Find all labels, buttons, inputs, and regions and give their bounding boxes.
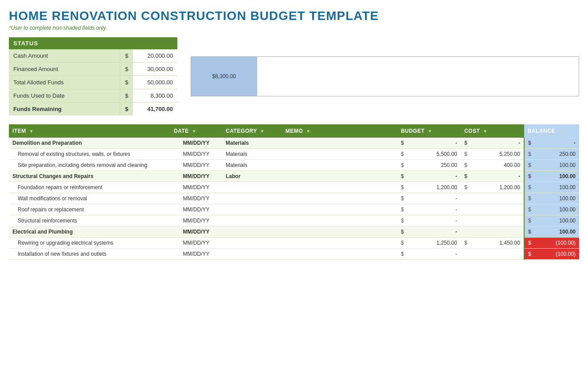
cell-item[interactable]: Demolition and Preparation xyxy=(9,138,170,149)
status-currency: $ xyxy=(120,49,133,62)
cell-date[interactable]: MM/DD/YY xyxy=(170,138,222,149)
chart-box: $8,300.00 xyxy=(191,56,579,96)
cell-memo[interactable] xyxy=(282,160,397,171)
cell-balance: $ (100.00) xyxy=(524,249,579,260)
cell-category[interactable]: Materials xyxy=(222,149,282,160)
cell-category[interactable] xyxy=(222,249,282,260)
cell-item[interactable]: Site preparation, including debris remov… xyxy=(9,160,170,171)
cell-balance: $ (100.00) xyxy=(524,238,579,249)
col-header-memo[interactable]: MEMO ▼ xyxy=(282,124,397,138)
cell-memo[interactable] xyxy=(282,182,397,193)
cell-balance: $ - xyxy=(524,138,579,149)
cell-memo[interactable] xyxy=(282,193,397,204)
cell-budget: $5,500.00 xyxy=(397,149,461,160)
cell-item[interactable]: Rewiring or upgrading electrical systems xyxy=(9,238,170,249)
cell-budget: $- xyxy=(397,226,461,238)
col-header-category[interactable]: CATEGORY ▼ xyxy=(222,124,282,138)
top-section: STATUS Cash Amount $ 20,000.00 Financed … xyxy=(9,37,579,115)
cell-memo[interactable] xyxy=(282,171,397,182)
cell-cost: $- xyxy=(461,138,524,149)
cell-cost xyxy=(461,204,524,215)
cell-budget: $1,200.00 xyxy=(397,182,461,193)
balance-dropdown-icon[interactable]: ▼ xyxy=(558,129,563,134)
cell-category[interactable]: Materials xyxy=(222,138,282,149)
status-value: 8,300.00 xyxy=(133,89,177,102)
cell-date[interactable]: MM/DD/YY xyxy=(170,226,222,238)
cell-memo[interactable] xyxy=(282,238,397,249)
cell-memo[interactable] xyxy=(282,138,397,149)
cost-dropdown-icon[interactable]: ▼ xyxy=(483,129,487,134)
cell-date[interactable]: MM/DD/YY xyxy=(170,182,222,193)
table-row: Structural Changes and Repairs MM/DD/YY … xyxy=(9,171,579,182)
status-row: Funds Used to Date $ 8,300.00 xyxy=(9,89,177,103)
cell-item[interactable]: Roof repairs or replacement xyxy=(9,204,170,215)
cell-balance: $ 100.00 xyxy=(524,226,579,238)
cell-cost xyxy=(461,193,524,204)
cell-item[interactable]: Installation of new fixtures and outlets xyxy=(9,249,170,260)
cell-category[interactable] xyxy=(222,238,282,249)
cell-category[interactable] xyxy=(222,204,282,215)
cell-date[interactable]: MM/DD/YY xyxy=(170,249,222,260)
cell-date[interactable]: MM/DD/YY xyxy=(170,160,222,171)
col-header-date[interactable]: DATE ▼ xyxy=(170,124,222,138)
table-row: Electrical and Plumbing MM/DD/YY $- $ 10… xyxy=(9,226,579,238)
category-dropdown-icon[interactable]: ▼ xyxy=(260,129,264,134)
status-value: 20,000.00 xyxy=(133,49,177,62)
cell-cost xyxy=(461,249,524,260)
cell-item[interactable]: Foundation repairs or reinforcement xyxy=(9,182,170,193)
status-row: Total Allotted Funds $ 50,000.00 xyxy=(9,76,177,89)
cell-date[interactable]: MM/DD/YY xyxy=(170,238,222,249)
col-header-budget[interactable]: BUDGET ▼ xyxy=(397,124,461,138)
cell-item[interactable]: Structural Changes and Repairs xyxy=(9,171,170,182)
cell-item[interactable]: Structural reinforcements xyxy=(9,215,170,226)
cell-memo[interactable] xyxy=(282,215,397,226)
cell-balance: $ 100.00 xyxy=(524,160,579,171)
table-row: Structural reinforcements MM/DD/YY $- $ … xyxy=(9,215,579,226)
main-table: ITEM ▼ DATE ▼ CATEGORY ▼ MEMO ▼ BUDGET ▼… xyxy=(9,124,579,260)
cell-date[interactable]: MM/DD/YY xyxy=(170,171,222,182)
cell-item[interactable]: Removal of existing structures, walls, o… xyxy=(9,149,170,160)
table-row: Rewiring or upgrading electrical systems… xyxy=(9,238,579,249)
cell-category[interactable] xyxy=(222,226,282,238)
cell-balance: $ 100.00 xyxy=(524,182,579,193)
status-rows: Cash Amount $ 20,000.00 Financed Amount … xyxy=(9,49,177,115)
cell-balance: $ 100.00 xyxy=(524,204,579,215)
cell-balance: $ 100.00 xyxy=(524,171,579,182)
cell-date[interactable]: MM/DD/YY xyxy=(170,193,222,204)
col-header-balance[interactable]: BALANCE ▼ xyxy=(524,124,579,138)
cell-memo[interactable] xyxy=(282,204,397,215)
date-dropdown-icon[interactable]: ▼ xyxy=(192,129,196,134)
item-dropdown-icon[interactable]: ▼ xyxy=(29,129,34,134)
cell-item[interactable]: Wall modifications or removal xyxy=(9,193,170,204)
cell-budget: $- xyxy=(397,204,461,215)
table-row: Demolition and Preparation MM/DD/YY Mate… xyxy=(9,138,579,149)
cell-memo[interactable] xyxy=(282,149,397,160)
cell-category[interactable] xyxy=(222,215,282,226)
cell-category[interactable] xyxy=(222,193,282,204)
table-body: Demolition and Preparation MM/DD/YY Mate… xyxy=(9,138,579,260)
budget-dropdown-icon[interactable]: ▼ xyxy=(427,129,432,134)
table-header-row: ITEM ▼ DATE ▼ CATEGORY ▼ MEMO ▼ BUDGET ▼… xyxy=(9,124,579,138)
cell-date[interactable]: MM/DD/YY xyxy=(170,204,222,215)
col-header-item[interactable]: ITEM ▼ xyxy=(9,124,170,138)
status-row: Financed Amount $ 30,000.00 xyxy=(9,63,177,76)
cell-date[interactable]: MM/DD/YY xyxy=(170,215,222,226)
cell-category[interactable] xyxy=(222,182,282,193)
cell-memo[interactable] xyxy=(282,249,397,260)
memo-dropdown-icon[interactable]: ▼ xyxy=(306,129,310,134)
col-header-cost[interactable]: COST ▼ xyxy=(461,124,524,138)
cell-balance: $ 100.00 xyxy=(524,215,579,226)
cell-budget: $- xyxy=(397,193,461,204)
cell-category[interactable]: Materials xyxy=(222,160,282,171)
cell-balance: $ 100.00 xyxy=(524,193,579,204)
status-value: 41,700.00 xyxy=(133,103,177,115)
table-row: Wall modifications or removal MM/DD/YY $… xyxy=(9,193,579,204)
cell-date[interactable]: MM/DD/YY xyxy=(170,149,222,160)
cell-item[interactable]: Electrical and Plumbing xyxy=(9,226,170,238)
cell-budget: $- xyxy=(397,138,461,149)
chart-value: $8,300.00 xyxy=(212,73,236,79)
status-label: Funds Used to Date xyxy=(9,89,120,102)
status-header: STATUS xyxy=(9,37,177,49)
cell-category[interactable]: Labor xyxy=(222,171,282,182)
cell-memo[interactable] xyxy=(282,226,397,238)
